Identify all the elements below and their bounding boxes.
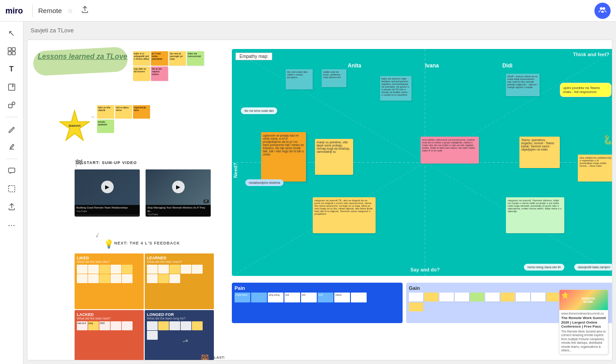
- share-icon[interactable]: [80, 5, 89, 16]
- video-thumb-2[interactable]: ▶ ⏱ Stop Managing Your Remote Workers As…: [146, 169, 211, 217]
- main-layout: ↖ T: [0, 22, 616, 364]
- video-thumb-1[interactable]: ▶ Building Good Remote Team Relationship…: [75, 169, 140, 217]
- teams-sticky: Teams: operativno, dugačko, novosti - Te…: [519, 137, 560, 168]
- svg-point-2: [603, 7, 605, 10]
- arrow-curve: ↙: [94, 230, 102, 239]
- board-tool[interactable]: [4, 43, 20, 59]
- green-blob: [33, 47, 129, 76]
- pen-tool[interactable]: [4, 121, 20, 137]
- frame-tool[interactable]: [4, 181, 20, 197]
- avatar-button[interactable]: [594, 3, 611, 19]
- sticky-tool[interactable]: [4, 79, 20, 95]
- sticky-note: kako se više uključiti: [97, 105, 114, 119]
- arrow-connector: →: [90, 114, 95, 119]
- svg-rect-10: [9, 168, 15, 173]
- liked-title: LIKED: [77, 256, 142, 260]
- flag-icon: 🏁: [75, 159, 84, 168]
- izazovi-node: Izazovi: [59, 110, 90, 143]
- anita-need-sticky: ima taktiku aktivnosti na korisnicima, m…: [421, 137, 479, 164]
- lacked-title: LACKED: [77, 312, 142, 317]
- pain-stickies: Anita hana ping pong isol brb kući Ujutr…: [235, 293, 400, 302]
- board-canvas[interactable]: Lessons learned za TLove kako si vi pril…: [27, 40, 612, 360]
- longed-cell: LONGED FOR What did the team long for?: [145, 310, 214, 360]
- toolbar-divider-2: [5, 159, 18, 159]
- canvas-area[interactable]: Savjeti za TLove Lessons learned za TLov…: [23, 22, 616, 364]
- conf-title: The Remote Work Summit 2020 | Largest On…: [561, 316, 606, 329]
- svg-text:miro: miro: [5, 6, 23, 15]
- comment-tool[interactable]: [4, 163, 20, 179]
- empathy-sticky: radije radi od kuće, preferira mali iskr…: [322, 69, 346, 87]
- lessons-title: Lessons learned za TLove: [38, 53, 127, 61]
- pain-box: Pain Anita hana ping pong isol brb kući …: [232, 283, 403, 323]
- video-label-2: Stop Managing Your Remote Workers As If …: [146, 205, 211, 217]
- svg-rect-8: [9, 104, 12, 108]
- lessons-stickies: kako si vi prilagodili rad u Home office…: [133, 51, 218, 81]
- need-label: Need?: [233, 163, 238, 178]
- empathy-map: Empathy map: Think and feel? Need? Say a…: [232, 49, 612, 276]
- need-sticky-1: uglavnom se javljaju kad mi nešto treba,…: [261, 132, 306, 182]
- upload-tool[interactable]: [4, 199, 20, 215]
- lkll-grid: LIKED What did the team like?: [75, 253, 214, 360]
- more-tools[interactable]: ···: [4, 217, 20, 233]
- izazovi-stickies: kako se više uključiti kad su djeca doma…: [97, 105, 155, 133]
- svg-rect-4: [12, 48, 15, 51]
- sticky-note: kad su djeca doma: [115, 105, 132, 119]
- learned-title: LEARNED: [147, 256, 212, 260]
- conf-url: www.theremoteworksummit.co: [561, 312, 606, 315]
- breadcrumb: Savjeti za TLove: [31, 27, 74, 34]
- toolbar-divider: [5, 117, 18, 117]
- didi-label: Didi: [502, 62, 513, 69]
- sticky-note: previše sjedilački: [97, 120, 114, 133]
- ivana-label: Ivana: [425, 62, 439, 69]
- text-tool[interactable]: T: [4, 61, 20, 77]
- liked-subtitle: What did the team like?: [77, 260, 142, 263]
- liked-cell: LIKED What did the team like?: [75, 253, 144, 309]
- didi-bottom-sticky: razgovor ne potvrdi, Yammer iskreno, bol…: [506, 197, 564, 233]
- sticky-note: kako si vi prilagodili rad u Home office: [133, 51, 150, 66]
- empathy-label: Empathy map:: [235, 53, 272, 60]
- cloud-shape-1: što me brine svaki dan: [241, 107, 277, 114]
- shapes-tool[interactable]: [4, 97, 20, 113]
- conf-description: The Remote Work Summit aims to connect a…: [561, 330, 606, 353]
- svg-rect-3: [8, 48, 11, 51]
- empathy-sticky: što voli svaki dan raditi u uredu procje…: [286, 69, 313, 89]
- video-label-1: Building Good Remote Team Relationships …: [75, 205, 140, 215]
- highlight-tool[interactable]: [4, 139, 20, 155]
- topbar-right: [594, 3, 611, 19]
- longed-title: LONGED FOR: [147, 312, 212, 317]
- lacked-subtitle: What did the team lack?: [77, 317, 142, 320]
- empathy-sticky: kako da interne male dobitne rad provjer…: [380, 76, 412, 101]
- pain-title: Pain: [235, 285, 400, 291]
- toolbar: ↖ T: [0, 22, 23, 364]
- select-tool[interactable]: ↖: [4, 25, 20, 41]
- sticky-note: je li vam treba poboljšati: [151, 51, 168, 66]
- sticky-note: koji alati su bili korisni: [133, 67, 150, 81]
- star-icon[interactable]: ☆: [67, 7, 73, 14]
- svg-rect-7: [9, 84, 15, 90]
- lightbulb-icon: 💡: [104, 239, 114, 249]
- sticky-note: organizacija dana: [133, 105, 150, 119]
- cloud-bottom-2: obavijestiti kada zamijeni: [574, 264, 612, 271]
- miro-logo: miro: [5, 4, 27, 18]
- speech-bubble: ujutro pozdrav na Teams chatu - full res…: [560, 83, 612, 97]
- lacked-cell: LACKED What did the team lack? slab wi-f…: [75, 310, 144, 360]
- next-label: NEXT: THE 4 L'S FEEDBACK: [114, 241, 180, 245]
- say-do-label: Say and do?: [410, 267, 439, 272]
- sticky-note: kako ste komunicirali: [187, 51, 204, 66]
- learned-cell: LEARNED What did the team learn?: [145, 253, 214, 309]
- decorative-scribble: 🐍: [603, 134, 612, 145]
- empathy-sticky: nfm8 - ima je online jer to mala bolje k…: [506, 74, 540, 96]
- mascot-icon: 🐻: [200, 354, 209, 360]
- star-badge: ⭐: [561, 292, 569, 299]
- svg-rect-5: [8, 52, 11, 55]
- right-sticky: oba zahtjevna naklada koji u napreduju u…: [578, 155, 612, 182]
- svg-point-9: [12, 102, 15, 105]
- conference-card: ⭐ REMOTEWORK www.theremoteworksummit.co …: [559, 289, 608, 355]
- think-feel-label: Think and feel?: [573, 52, 609, 57]
- lessons-section: Lessons learned za TLove kako si vi pril…: [30, 44, 227, 360]
- start-label: START: SUM-UP VIDEO: [84, 160, 137, 165]
- need-sticky-2: manje su potrebne, više lijepe seme prob…: [315, 139, 353, 175]
- last-label: LAST: LESSONS LEARNED + FEELINGS: [214, 355, 234, 360]
- cloud-shape-2: nezadovoljstvo stvarima: [245, 179, 284, 186]
- ivana-bottom-sticky: razgovor ne potvrdi TK, ako se dogodi da…: [313, 197, 376, 233]
